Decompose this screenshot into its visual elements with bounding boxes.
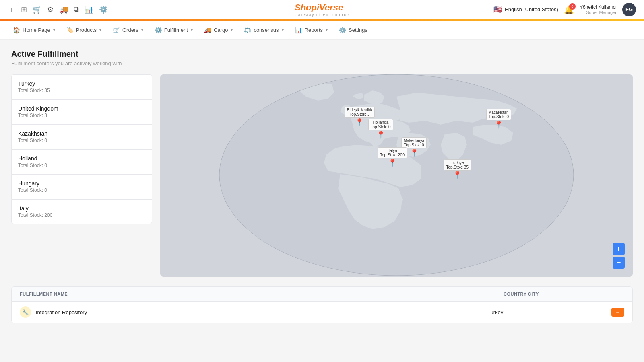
item-stock-hungary: Total Stock: 0 (18, 187, 145, 193)
nav-settings-label: Settings (349, 27, 367, 33)
item-name-hungary: Hungary (18, 180, 145, 187)
nav-fulfillment-label: Fulfillment (164, 27, 188, 33)
fulfillment-item-uk[interactable]: United Kingdom Total Stock: 3 (11, 99, 152, 124)
table-row: 🔧 Integration Repository Turkey → (12, 302, 632, 323)
item-stock-turkey: Total Stock: 35 (18, 88, 145, 93)
reports-icon: 📊 (295, 27, 303, 34)
nav-fulfillment[interactable]: ⚙️ Fulfillment ▾ (150, 24, 198, 36)
nav-settings[interactable]: ⚙️ Settings (334, 24, 372, 36)
item-stock-uk: Total Stock: 3 (18, 113, 145, 118)
nav-orders-label: Orders (122, 27, 138, 33)
logo-area: ShopiVerse Gateway of Ecommerce (295, 2, 349, 17)
nav-consensus-label: consensus (254, 27, 279, 33)
row-icon: 🔧 (20, 306, 31, 318)
logo-sub: Gateway of Ecommerce (295, 13, 349, 17)
page-title: Active Fulfillment (11, 49, 633, 59)
nav-products-label: Products (76, 27, 97, 33)
map-container: Türkiye Top.Stok: 35 📍 Birleşik Krallık … (160, 74, 633, 277)
fulfillment-list: Turkey Total Stock: 35 United Kingdom To… (11, 74, 152, 277)
nav-orders[interactable]: 🛒 Orders ▾ (108, 24, 148, 36)
nav-products[interactable]: 🏷️ Products ▾ (62, 24, 106, 36)
row-action-area: → (608, 308, 624, 317)
nav-home[interactable]: 🏠 Home Page ▾ (8, 24, 60, 36)
fulfillment-item-italy[interactable]: Italy Total Stock: 200 (11, 199, 152, 224)
grid-icon[interactable]: ⊞ (21, 5, 27, 14)
fulfillment-arrow-icon: ▾ (191, 28, 193, 32)
row-name: Integration Repository (36, 309, 487, 315)
nav-consensus[interactable]: ⚖️ consensus ▾ (239, 24, 288, 36)
fulfillment-table: FULFILLMENT NAME COUNTRY CITY 🔧 Integrat… (11, 286, 633, 323)
page-subtitle: Fulfillment centers you are actively wor… (11, 60, 633, 66)
row-action-button[interactable]: → (611, 308, 624, 317)
zoom-out-button[interactable]: − (613, 257, 625, 269)
fulfillment-item-turkey[interactable]: Turkey Total Stock: 35 (11, 74, 152, 99)
cargo-arrow-icon: ▾ (231, 28, 233, 32)
logo-text: ShopiVerse (295, 2, 349, 13)
plugin-icon[interactable]: ⚙ (47, 5, 54, 14)
item-stock-holland: Total Stock: 0 (18, 162, 145, 168)
products-icon: 🏷️ (66, 27, 74, 34)
reports-arrow-icon: ▾ (326, 28, 328, 32)
content-grid: Turkey Total Stock: 35 United Kingdom To… (11, 74, 633, 277)
nav-bar: 🏠 Home Page ▾ 🏷️ Products ▾ 🛒 Orders ▾ ⚙… (0, 21, 644, 40)
main-content: Active Fulfillment Fulfillment centers y… (0, 40, 644, 362)
toolbar-right: 🇺🇸 English (United States) 🔔 0 Yönetici … (493, 3, 636, 16)
fulfillment-item-holland[interactable]: Holland Total Stock: 0 (11, 149, 152, 174)
truck-icon[interactable]: 🚚 (59, 5, 68, 14)
consensus-arrow-icon: ▾ (282, 28, 284, 32)
notification-button[interactable]: 🔔 0 (564, 5, 574, 14)
language-label: English (United States) (505, 6, 558, 12)
avatar[interactable]: FG (622, 3, 636, 16)
zoom-in-button[interactable]: + (613, 243, 625, 255)
nav-reports-label: Reports (305, 27, 323, 33)
map-zoom-controls: + − (613, 243, 625, 269)
orders-arrow-icon: ▾ (141, 28, 143, 32)
sliders-icon[interactable]: ⧉ (74, 5, 79, 14)
item-name-holland: Holland (18, 155, 145, 162)
user-info-area: Yönetici Kullanıcı Super Manager (580, 4, 617, 15)
cart-icon[interactable]: 🛒 (33, 5, 41, 14)
fulfillment-icon: ⚙️ (155, 27, 162, 34)
user-role: Super Manager (580, 10, 617, 15)
nav-cargo[interactable]: 🚚 Cargo ▾ (199, 24, 237, 36)
language-selector[interactable]: 🇺🇸 English (United States) (493, 5, 558, 14)
nav-home-label: Home Page (23, 27, 50, 33)
orders-icon: 🛒 (113, 27, 120, 34)
cargo-icon: 🚚 (204, 27, 212, 34)
row-country: Turkey (487, 309, 608, 315)
fulfillment-item-kazakhstan[interactable]: Kazakhstan Total Stock: 0 (11, 124, 152, 149)
item-name-kazakhstan: Kazakhstan (18, 130, 145, 137)
settings-gear-icon[interactable]: ⚙️ (99, 5, 108, 14)
item-name-italy: Italy (18, 205, 145, 212)
item-stock-italy: Total Stock: 200 (18, 212, 145, 218)
toolbar-left: ＋ ⊞ 🛒 ⚙ 🚚 ⧉ 📊 ⚙️ (8, 5, 108, 14)
home-arrow-icon: ▾ (53, 28, 55, 32)
notification-badge: 0 (569, 3, 576, 10)
th-country-city: COUNTRY CITY (504, 292, 624, 296)
fulfillment-item-hungary[interactable]: Hungary Total Stock: 0 (11, 174, 152, 199)
th-fulfillment-name: FULFILLMENT NAME (20, 292, 504, 296)
home-icon: 🏠 (13, 27, 21, 34)
nav-cargo-label: Cargo (214, 27, 228, 33)
products-arrow-icon: ▾ (99, 28, 101, 32)
item-name-uk: United Kingdom (18, 105, 145, 112)
item-stock-kazakhstan: Total Stock: 0 (18, 138, 145, 143)
flag-icon: 🇺🇸 (493, 5, 502, 14)
user-name: Yönetici Kullanıcı (580, 4, 617, 10)
chart-icon[interactable]: 📊 (85, 5, 93, 14)
item-name-turkey: Turkey (18, 80, 145, 87)
consensus-icon: ⚖️ (244, 27, 252, 34)
nav-reports[interactable]: 📊 Reports ▾ (290, 24, 333, 36)
nav-settings-icon: ⚙️ (339, 27, 347, 34)
world-map-svg (160, 74, 633, 276)
add-icon[interactable]: ＋ (8, 5, 15, 14)
top-toolbar: ＋ ⊞ 🛒 ⚙ 🚚 ⧉ 📊 ⚙️ ShopiVerse Gateway of E… (0, 0, 644, 19)
table-header: FULFILLMENT NAME COUNTRY CITY (12, 287, 632, 302)
